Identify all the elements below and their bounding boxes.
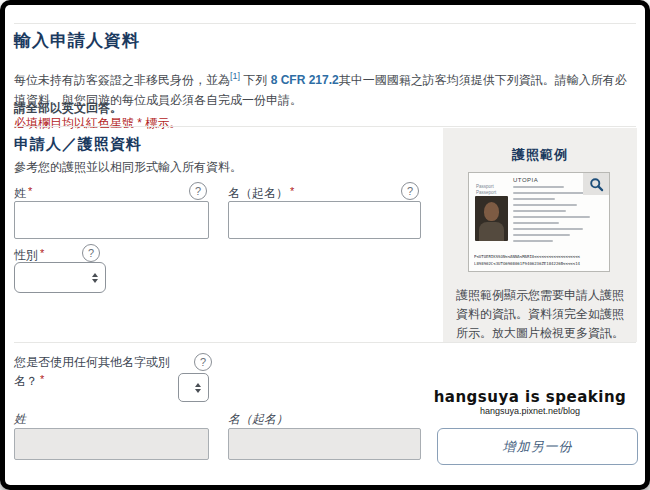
other-names-question: 您是否使用任何其他名字或別名？* <box>14 353 186 390</box>
required-asterisk: * <box>26 185 32 197</box>
other-firstname-label: 名（起名） <box>228 411 288 428</box>
other-surname-input <box>14 428 209 460</box>
firstname-label: 名（起名）* <box>228 185 294 202</box>
passport-country-label: UTOPIA <box>513 177 538 183</box>
other-names-select[interactable] <box>178 373 209 402</box>
other-names-help-icon[interactable]: ? <box>194 353 212 371</box>
passport-sample-image: UTOPIA PassportPasseport P<UTOERIKSSON<<… <box>468 172 610 272</box>
screenshot-frame: 輸入申請人資料 每位未持有訪客簽證之非移民身份，並為[1] 下列 8 CFR 2… <box>0 0 650 490</box>
required-asterisk: * <box>38 373 44 385</box>
passport-section-heading: 申請人／護照資料 <box>14 135 142 154</box>
cfr-link[interactable]: 8 CFR 217.2 <box>271 73 339 87</box>
gender-help-icon[interactable]: ? <box>82 244 100 262</box>
watermark-url: hangsuya.pixnet.net/blog <box>425 406 635 416</box>
select-arrows-icon <box>92 273 98 283</box>
passport-mrz: P<UTOERIKSSON<<ANNA<MARIA<<<<<<<<<<<<<<<… <box>474 254 606 268</box>
other-firstname-input <box>228 428 421 460</box>
passport-field-lines <box>513 186 605 246</box>
required-fields-note: 必填欄目均以紅色星號 * 標示。 <box>14 115 181 132</box>
select-arrows-icon <box>195 383 201 393</box>
form-content: 輸入申請人資料 每位未持有訪客簽證之非移民身份，並為[1] 下列 8 CFR 2… <box>5 5 645 485</box>
magnifier-icon[interactable] <box>583 173 609 195</box>
intro-text-1: 每位未持有訪客簽證之非移民身份，並為 <box>14 73 230 87</box>
surname-help-icon[interactable]: ? <box>189 182 207 200</box>
watermark-title: hangsuya is speaking <box>425 388 635 406</box>
add-another-button[interactable]: 增加另一份 <box>437 428 638 465</box>
gender-select[interactable] <box>14 262 106 293</box>
passport-section-subheading: 參考您的護照並以相同形式輸入所有資料。 <box>14 159 242 176</box>
section-divider <box>14 126 636 127</box>
required-asterisk: * <box>288 185 294 197</box>
intro-text-2: 下列 <box>240 73 271 87</box>
firstname-input[interactable] <box>228 201 421 239</box>
passport-doc-words: PassportPasseport <box>476 184 496 197</box>
passport-sample-title: 護照範例 <box>443 146 637 164</box>
surname-label: 姓* <box>14 185 32 202</box>
mid-divider <box>14 342 636 343</box>
surname-input[interactable] <box>14 201 209 239</box>
passport-photo <box>475 196 508 241</box>
visa-application-page: 輸入申請人資料 每位未持有訪客簽證之非移民身份，並為[1] 下列 8 CFR 2… <box>0 0 650 490</box>
passport-sample-caption: 護照範例顯示您需要申請人護照資料的資訊。資料須完全如護照所示。放大圖片檢視更多資… <box>456 286 624 344</box>
footnote-marker[interactable]: [1] <box>230 71 240 81</box>
passport-sample-panel: 護照範例 UTOPIA PassportPasseport P<UTOERIKS… <box>443 128 637 342</box>
other-surname-label: 姓 <box>14 411 26 428</box>
required-asterisk: * <box>38 247 44 259</box>
page-title: 輸入申請人資料 <box>14 29 140 52</box>
firstname-help-icon[interactable]: ? <box>401 182 419 200</box>
top-divider <box>14 23 636 24</box>
